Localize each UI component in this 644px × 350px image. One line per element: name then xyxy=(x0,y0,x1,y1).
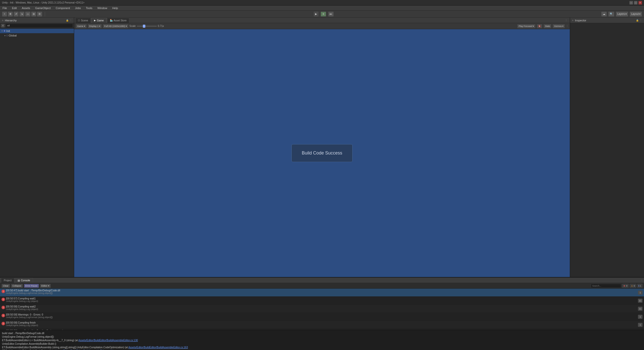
bottom-tabs-more-icon[interactable]: ⋮ xyxy=(641,279,643,282)
view-toolbar-more-icon[interactable]: ⋮ xyxy=(566,25,568,27)
menu-component[interactable]: Component xyxy=(55,6,71,10)
close-button[interactable]: ✕ xyxy=(638,1,642,5)
info-counter[interactable]: ℹ 1 xyxy=(637,284,642,288)
inspector-header: ≡ Inspector 🔒 ⋮ xyxy=(570,18,644,23)
mute-audio-btn[interactable]: 🔇 xyxy=(537,24,542,28)
chevron-down-icon-display: ▾ xyxy=(99,25,100,27)
game-dropdown-btn[interactable]: Game ▾ xyxy=(76,24,87,28)
entry-error-icon-1: ! xyxy=(2,298,5,301)
toolbar-custom-button[interactable]: ⚙ xyxy=(37,12,42,17)
chevron-down-icon-layout: ▾ xyxy=(639,13,640,15)
toolbar-rect-button[interactable]: ▭ xyxy=(25,12,30,17)
entry-count-3: 1 xyxy=(638,315,642,319)
view-tabs: ⬡ Scene ▶ Game 🏪 Asset Store ⋮ xyxy=(74,18,570,23)
menu-edit[interactable]: Edit xyxy=(11,6,18,10)
chevron-down-icon: ▾ xyxy=(625,13,627,15)
console-entry-3[interactable]: ! [00:50:58] Warnings: 0 - Errors: 0 Uni… xyxy=(0,313,644,321)
error-counter[interactable]: ⊗ 0 xyxy=(622,284,629,288)
console-detail-link2[interactable]: Assets/Editor/BuildEditor/BuildAssembleE… xyxy=(128,346,188,349)
minimize-button[interactable]: ─ xyxy=(629,1,633,5)
toolbar-right: ☁ 🔍 Layers ▾ Layout ▾ xyxy=(601,12,642,17)
stats-btn[interactable]: Stats xyxy=(543,24,552,28)
hierarchy-item-global[interactable]: ▸ □ Global xyxy=(0,33,74,38)
menu-file[interactable]: File xyxy=(2,6,8,10)
build-code-success-button[interactable]: Build Code Success xyxy=(291,144,353,162)
tab-project[interactable]: Project xyxy=(1,278,14,283)
menu-gameobject[interactable]: GameObject xyxy=(34,6,52,10)
hierarchy-more-icon[interactable]: ⋮ xyxy=(70,19,72,22)
console-collapse-btn[interactable]: Collapse xyxy=(11,284,23,288)
toolbar-center: ▶ ⏸ ⏭ xyxy=(48,12,600,17)
tab-game-label: Game xyxy=(97,19,104,22)
toolbar-move-button[interactable]: ✥ xyxy=(8,12,13,17)
title-bar: Unity - Init - Windows, Mac, Linux - Uni… xyxy=(0,0,644,6)
play-focused-btn[interactable]: Play Focused ▾ xyxy=(517,24,536,28)
layout-label: Layout xyxy=(631,13,639,15)
menu-tools[interactable]: Tools xyxy=(85,6,94,10)
view-toolbar-right: Play Focused ▾ 🔇 Stats Gizmos ▾ ⋮ xyxy=(517,24,568,28)
menu-bar: File Edit Assets GameObject Component Jo… xyxy=(0,6,644,11)
console-list: ! [00:50:47] build start: ./Temp/Bin/Deb… xyxy=(0,289,644,330)
inspector-more-icon[interactable]: ⋮ xyxy=(640,19,642,22)
console-entry-1[interactable]: ! [00:50:57] Compiling wait1 UnityEngine… xyxy=(0,297,644,305)
play-focused-label: Play Focused xyxy=(519,25,532,27)
add-gameobject-button[interactable]: + xyxy=(2,12,7,17)
console-error-pause-btn[interactable]: Error Pause xyxy=(24,284,39,288)
scale-label: Scale xyxy=(130,25,136,27)
tab-game[interactable]: ▶ Game xyxy=(91,18,106,23)
expand-arrow-icon-2: ▸ xyxy=(5,34,6,37)
hierarchy-add-button[interactable]: + xyxy=(1,24,5,28)
layers-dropdown[interactable]: Layers ▾ xyxy=(616,12,628,17)
search-button[interactable]: 🔍 xyxy=(608,12,614,17)
menu-assets[interactable]: Assets xyxy=(21,6,31,10)
pause-button[interactable]: ⏸ xyxy=(321,12,326,17)
entry-count-2: 11 xyxy=(638,307,642,311)
view-more-icon[interactable]: ⋮ xyxy=(565,19,567,22)
inspector-lock-icon[interactable]: 🔒 xyxy=(636,19,639,22)
console-detail-line2: UnityEngine.Debug.LogFormat (string,obje… xyxy=(2,335,642,339)
tab-scene[interactable]: ⬡ Scene xyxy=(75,18,91,23)
toolbar-transform-button[interactable]: ⊞ xyxy=(31,12,36,17)
menu-jobs[interactable]: Jobs xyxy=(74,6,82,10)
play-button[interactable]: ▶ xyxy=(314,12,319,17)
menu-window[interactable]: Window xyxy=(96,6,108,10)
console-entry-4[interactable]: ! [00:50:58] Compiling finish UnityEngin… xyxy=(0,321,644,329)
warning-counter[interactable]: ⚠ 0 xyxy=(630,284,636,288)
console-editor-label: Editor xyxy=(41,285,48,287)
maximize-button[interactable]: □ xyxy=(634,1,637,5)
bottom-tabs: Project ▤ Console ⋮ xyxy=(0,278,644,283)
center-panel: ⬡ Scene ▶ Game 🏪 Asset Store ⋮ Game ▾ Di… xyxy=(74,18,570,277)
step-button[interactable]: ⏭ xyxy=(328,12,334,17)
entry-content-2: [00:50:58] Compiling wait2 UnityEngine.D… xyxy=(6,305,637,310)
tab-project-label: Project xyxy=(4,279,12,282)
console-clear-btn[interactable]: Clear xyxy=(2,284,10,288)
hierarchy-search-input[interactable] xyxy=(6,24,73,28)
console-icon: ▤ xyxy=(18,279,20,282)
menu-help[interactable]: Help xyxy=(111,6,119,10)
console-search-input[interactable] xyxy=(591,284,621,288)
display-dropdown-btn[interactable]: Display 1 ▾ xyxy=(88,24,102,28)
tab-console[interactable]: ▤ Console xyxy=(15,278,33,283)
toolbar-rotate-button[interactable]: ↺ xyxy=(14,12,19,17)
layout-dropdown[interactable]: Layout ▾ xyxy=(630,12,642,17)
scale-slider[interactable] xyxy=(137,26,157,27)
chevron-down-icon-game: ▾ xyxy=(84,25,85,27)
console-detail-link1[interactable]: Assets/Editor/BuildEditor/BuildAssembleE… xyxy=(78,339,138,342)
hierarchy-item-init[interactable]: ▾ ⚙ Init xyxy=(0,29,74,33)
main-area: ≡ Hierarchy 🔒 ⋮ + ▾ ⚙ Init ▸ □ Global xyxy=(0,18,644,277)
inspector-header-right: 🔒 ⋮ xyxy=(636,19,642,22)
display-label: Display 1 xyxy=(89,25,99,27)
entry-error-icon-0: ! xyxy=(2,290,5,293)
title-text: Unity - Init - Windows, Mac, Linux - Uni… xyxy=(2,1,84,4)
gizmos-btn[interactable]: Gizmos ▾ xyxy=(552,24,565,28)
toolbar-scale-button[interactable]: ⇲ xyxy=(19,12,24,17)
game-view: Build Code Success xyxy=(74,29,570,277)
tab-asset-store[interactable]: 🏪 Asset Store xyxy=(107,18,130,23)
resolution-dropdown-btn[interactable]: Full HD (1920x1080) ▾ xyxy=(103,24,128,28)
hierarchy-lock-icon[interactable]: 🔒 xyxy=(66,19,69,22)
console-entry-0[interactable]: ! [00:50:47] build start: ./Temp/Bin/Deb… xyxy=(0,289,644,297)
cloud-button[interactable]: ☁ xyxy=(601,12,607,17)
console-editor-btn[interactable]: Editor ▾ xyxy=(40,284,51,288)
expand-arrow-icon: ▾ xyxy=(2,30,3,32)
console-entry-2[interactable]: ! [00:50:58] Compiling wait2 UnityEngine… xyxy=(0,305,644,313)
